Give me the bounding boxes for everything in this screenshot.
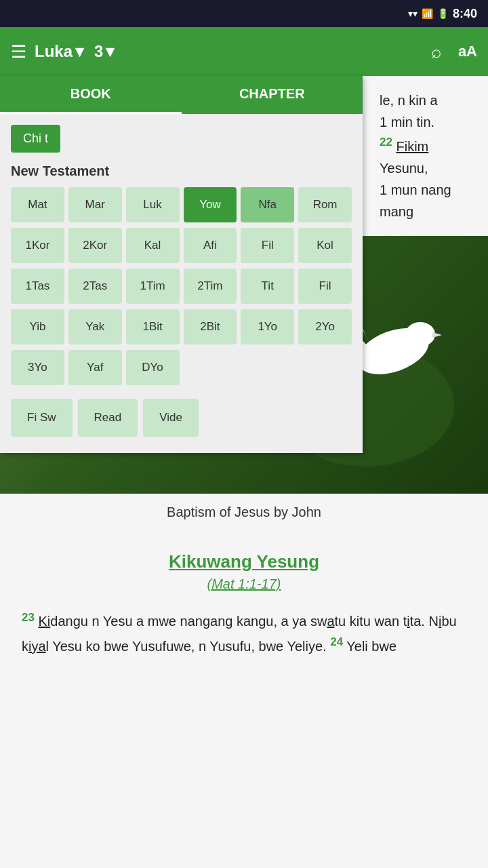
- section-title: Kikuwang Yesung: [22, 551, 466, 572]
- verse-num-22: 22: [380, 136, 392, 149]
- book-grid-row-4: Yib Yak 1Bit 2Bit 1Yo 2Yo: [11, 309, 352, 344]
- section-title-text: Kikuwang Yesung: [169, 551, 319, 572]
- book-tit[interactable]: Tit: [241, 269, 294, 304]
- book-grid-area: Chi t New Testament Mat Mar Luk Yow Nfa …: [0, 114, 363, 453]
- upper-text-1: le, n kin a: [380, 93, 438, 108]
- status-bar: ▾▾ 📶 🔋 8:40: [0, 0, 488, 27]
- wifi-icon: ▾▾: [408, 8, 418, 19]
- chapter-selector[interactable]: 3 ▾: [94, 42, 114, 61]
- chapter-dropdown-icon: ▾: [106, 42, 114, 61]
- book-2kor[interactable]: 2Kor: [68, 228, 122, 263]
- book-dropdown-icon: ▾: [75, 42, 83, 61]
- upper-text-3: Fikim: [396, 139, 428, 154]
- book-grid-row-3: 1Tas 2Tas 1Tim 2Tim Tit Fil: [11, 269, 352, 304]
- book-dyo[interactable]: DYo: [126, 350, 180, 385]
- section-subtitle: (Mat 1:1-17): [22, 576, 466, 592]
- special-button[interactable]: Chi t: [11, 125, 352, 163]
- verse-24-text: Yeli bwe: [346, 639, 396, 654]
- read-button[interactable]: Read: [78, 399, 138, 437]
- book-yow[interactable]: Yow: [184, 187, 237, 222]
- vide-button[interactable]: Vide: [143, 399, 199, 437]
- book-mat[interactable]: Mat: [11, 187, 64, 222]
- fi-sw-button[interactable]: Fi Sw: [11, 399, 73, 437]
- search-icon[interactable]: ⌕: [431, 41, 442, 62]
- book-1yo[interactable]: 1Yo: [241, 309, 294, 344]
- book-yak[interactable]: Yak: [68, 309, 122, 344]
- book-yaf[interactable]: Yaf: [68, 350, 122, 385]
- menu-icon[interactable]: ☰: [11, 41, 26, 62]
- svg-marker-3: [432, 332, 442, 338]
- book-empty-3: [298, 350, 352, 385]
- book-label: Luka: [35, 42, 73, 61]
- verse-23: 23 Kidangu n Yesu a mwe nangang kangu, a…: [22, 608, 466, 658]
- book-1tim[interactable]: 1Tim: [126, 269, 180, 304]
- book-empty-2: [241, 350, 294, 385]
- status-time: 8:40: [453, 7, 477, 21]
- book-grid-row-1: Mat Mar Luk Yow Nfa Rom: [11, 187, 352, 222]
- verse-23-text: Kidangu n Yesu a mwe nangang kangu, a ya…: [22, 614, 457, 654]
- book-kal[interactable]: Kal: [126, 228, 180, 263]
- book-1bit[interactable]: 1Bit: [126, 309, 180, 344]
- signal-icon: 📶: [422, 8, 433, 19]
- action-buttons: Fi Sw Read Vide: [11, 399, 352, 442]
- verse-text-upper: le, n kin a 1 min tin. 22 Fikim Yesunu, …: [380, 90, 466, 222]
- book-2tas[interactable]: 2Tas: [68, 269, 122, 304]
- book-2bit[interactable]: 2Bit: [184, 309, 237, 344]
- book-empty-1: [184, 350, 237, 385]
- verse-num-24: 24: [330, 635, 343, 648]
- chapter-label: 3: [94, 42, 103, 61]
- battery-icon: 🔋: [437, 8, 449, 19]
- upper-text-4: Yesunu,: [380, 161, 428, 176]
- tab-chapter[interactable]: CHAPTER: [182, 76, 363, 114]
- book-yib[interactable]: Yib: [11, 309, 64, 344]
- image-caption: Baptism of Jesus by John: [0, 494, 488, 531]
- book-selector[interactable]: Luka ▾: [35, 42, 83, 61]
- book-fil[interactable]: Fil: [241, 228, 294, 263]
- book-1tas[interactable]: 1Tas: [11, 269, 64, 304]
- svg-point-2: [405, 322, 435, 347]
- book-1kor[interactable]: 1Kor: [11, 228, 64, 263]
- book-3yo[interactable]: 3Yo: [11, 350, 64, 385]
- book-nfa[interactable]: Nfa: [241, 187, 294, 222]
- book-luk[interactable]: Luk: [126, 187, 180, 222]
- bible-text-lower: Kikuwang Yesung (Mat 1:1-17) 23 Kidangu …: [0, 531, 488, 671]
- status-icons: ▾▾ 📶 🔋 8:40: [408, 7, 477, 21]
- book-2tim[interactable]: 2Tim: [184, 269, 237, 304]
- book-grid-row-5: 3Yo Yaf DYo: [11, 350, 352, 385]
- book-rom[interactable]: Rom: [298, 187, 352, 222]
- book-kol[interactable]: Kol: [298, 228, 352, 263]
- verse-num-23: 23: [22, 611, 35, 624]
- tab-book[interactable]: BOOK: [0, 76, 182, 114]
- book-fil2[interactable]: Fil: [298, 269, 352, 304]
- toolbar: ☰ Luka ▾ 3 ▾ ⌕ aA: [0, 27, 488, 76]
- book-afi[interactable]: Afi: [184, 228, 237, 263]
- book-2yo[interactable]: 2Yo: [298, 309, 352, 344]
- upper-text-2: 1 min tin.: [380, 115, 434, 130]
- book-grid-row-2: 1Kor 2Kor Kal Afi Fil Kol: [11, 228, 352, 263]
- upper-text-5: 1 mun nang: [380, 182, 451, 197]
- page-body: BOOK CHAPTER Chi t New Testament Mat Mar: [0, 76, 488, 671]
- dropdown-panel: BOOK CHAPTER Chi t New Testament Mat Mar: [0, 76, 363, 453]
- font-size-icon[interactable]: aA: [458, 43, 477, 60]
- book-mar[interactable]: Mar: [68, 187, 122, 222]
- tab-bar: BOOK CHAPTER: [0, 76, 363, 114]
- upper-text-6: mang: [380, 204, 413, 219]
- new-testament-label: New Testament: [11, 163, 352, 179]
